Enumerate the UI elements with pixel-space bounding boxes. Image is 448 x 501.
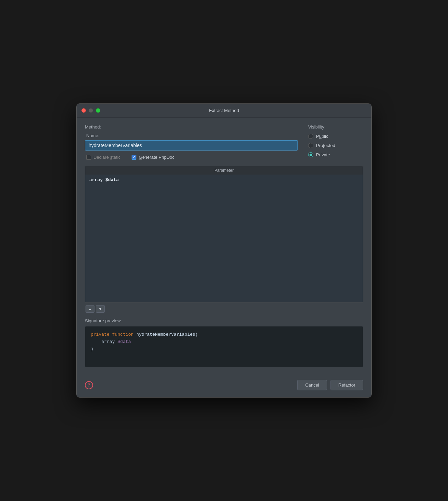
extract-method-dialog: Extract Method Method: Name: Declare sta…	[76, 103, 372, 398]
close-button[interactable]	[81, 108, 86, 113]
declare-static-checkbox[interactable]: Declare static	[86, 155, 121, 160]
footer-buttons: Cancel Refactor	[297, 380, 363, 390]
generate-phpdoc-box[interactable]	[132, 155, 136, 160]
radio-private-circle[interactable]	[308, 152, 313, 157]
dialog-title: Extract Method	[209, 108, 239, 113]
radio-public-label: Public	[316, 134, 328, 139]
name-label: Name:	[86, 133, 300, 138]
parameter-content: array $data	[85, 175, 363, 302]
radio-private[interactable]: Private	[308, 152, 363, 157]
code-array-type: array	[101, 339, 115, 344]
dialog-body: Method: Name: Declare static Generate Ph…	[77, 118, 371, 374]
radio-private-label: Private	[316, 152, 330, 157]
parameter-section: Parameter array $data	[85, 166, 363, 302]
code-indent	[91, 339, 101, 344]
move-down-button[interactable]: ▼	[96, 305, 105, 313]
arrow-buttons: ▲ ▼	[86, 305, 363, 313]
signature-preview-label: Signature preview	[85, 318, 363, 323]
generate-phpdoc-label: Generate PhpDoc	[139, 155, 175, 160]
parameter-row[interactable]: array $data	[85, 175, 363, 185]
method-section: Method: Name: Declare static Generate Ph…	[85, 124, 300, 160]
move-up-button[interactable]: ▲	[86, 305, 94, 313]
generate-phpdoc-checkbox[interactable]: Generate PhpDoc	[132, 155, 175, 160]
signature-code: private function hydrateMemberVariables(…	[85, 326, 363, 367]
checkboxes-row: Declare static Generate PhpDoc	[86, 155, 300, 160]
traffic-lights	[81, 108, 100, 113]
code-keyword-function: function	[112, 332, 133, 337]
visibility-section: Visibility: Public Protected Private	[308, 124, 363, 157]
title-bar: Extract Method	[77, 104, 371, 118]
maximize-button[interactable]	[96, 108, 100, 113]
help-icon[interactable]: ?	[85, 381, 93, 389]
parameter-header: Parameter	[85, 166, 363, 175]
visibility-title: Visibility:	[308, 124, 363, 130]
radio-group: Public Protected Private	[308, 134, 363, 157]
refactor-button[interactable]: Refactor	[331, 380, 363, 390]
radio-protected-circle[interactable]	[308, 143, 313, 148]
declare-static-box[interactable]	[86, 155, 91, 160]
code-function-name: hydrateMemberVariables(	[136, 332, 198, 337]
method-label: Method:	[85, 124, 300, 130]
top-section: Method: Name: Declare static Generate Ph…	[85, 124, 363, 160]
radio-public-circle[interactable]	[308, 134, 313, 139]
parameter-empty-area	[85, 185, 363, 302]
declare-static-label: Declare static	[93, 155, 121, 160]
method-name-input[interactable]	[85, 140, 298, 151]
radio-public[interactable]: Public	[308, 134, 363, 139]
minimize-button[interactable]	[89, 108, 93, 113]
radio-protected[interactable]: Protected	[308, 143, 363, 148]
dialog-footer: ? Cancel Refactor	[77, 374, 371, 397]
code-keyword-private: private	[91, 332, 110, 337]
cancel-button[interactable]: Cancel	[297, 380, 327, 390]
signature-preview-section: Signature preview private function hydra…	[85, 318, 363, 367]
code-closing-paren: )	[91, 346, 93, 352]
radio-protected-label: Protected	[316, 143, 335, 148]
code-param-var: $data	[117, 339, 131, 344]
